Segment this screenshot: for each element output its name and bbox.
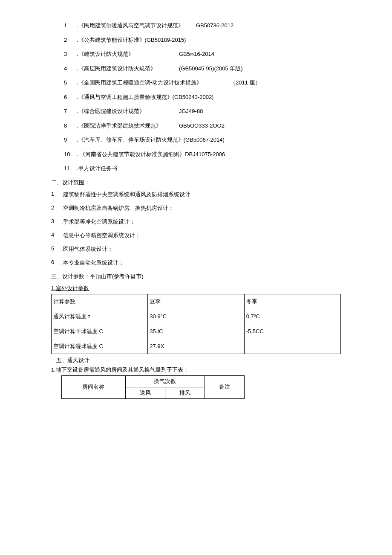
scope-num: 2: [51, 204, 61, 212]
ref-title: .《综合医院建设设计规范》: [77, 107, 170, 116]
ref-num: 2: [64, 36, 77, 44]
table-row: 通风计算温度 τ 30.9°C 0.7ºC: [52, 309, 341, 324]
scope-text: .建筑物舒适性中央空调系统和通风及防排烟系统设计: [61, 191, 190, 198]
table-row: 计算参数 豆李 冬季: [52, 294, 341, 309]
table-cell: 换气次数: [125, 375, 205, 387]
table-cell: 排风: [165, 387, 205, 398]
ref-title: .《全国民用建筑工程暖通空调•动力设计技术措施》: [77, 78, 222, 87]
ref-num: 5: [64, 78, 77, 87]
scope-item: 1 .建筑物舒适性中央空调系统和通风及防排烟系统设计: [51, 191, 341, 198]
ref-num: 1: [64, 21, 77, 30]
table-cell: 计算参数: [52, 294, 148, 309]
ref-title: .《高层民用建筑设计防火规范》: [77, 64, 170, 73]
section-2-title: 二、设计范围：: [51, 179, 341, 186]
table-cell: 空调计算干球温度 C: [52, 324, 148, 339]
ref-num: 6: [64, 93, 77, 102]
table-cell: 送风: [125, 387, 165, 398]
ref-item: 10 . 《河南省公共建筑节能设计标准实施细则》DBJ41075-2006: [64, 150, 341, 159]
scope-num: 4: [51, 232, 61, 239]
ref-code: GB50736-2012: [187, 21, 233, 30]
scope-item: 5 .医用气体系统设计；: [51, 245, 341, 253]
table-row: 空调计算干球温度 C 35.IC -5.5CC: [52, 324, 341, 339]
ref-title: .《民用建筑供暖通风与空气调节设计规范》: [77, 21, 187, 30]
param-table: 计算参数 豆李 冬季 通风计算温度 τ 30.9°C 0.7ºC 空调计算干球温…: [51, 294, 341, 354]
ref-title: .《公共建筑节能设计标准》(GB50189-2015): [77, 36, 186, 44]
table-cell: 豆李: [148, 294, 244, 309]
ref-title: . 《河南省公共建筑节能设计标准实施细则》DBJ41075-2006: [77, 150, 225, 159]
ref-code: GB5∞16-2014: [170, 50, 214, 58]
scope-text: .手术部等净化空调系统设计；: [61, 218, 135, 226]
ref-title: .《医院洁净手术部建筑技术规范》: [77, 122, 170, 130]
ref-num: 3: [64, 50, 77, 58]
table-row: 空调计算湿球温度 C 27.9X: [52, 339, 341, 354]
scope-text: .信息中心等精密空调系统设计；: [61, 232, 141, 239]
ref-item: 6 .《通风与空调工程施工质量验收规范》(GB50243-2002): [64, 93, 341, 102]
table-cell: 27.9X: [148, 339, 244, 354]
table-cell: 空调计算湿球温度 C: [52, 339, 148, 354]
scope-list: 1 .建筑物舒适性中央空调系统和通风及防排烟系统设计 2 .空调制冷机房及自备锅…: [51, 191, 341, 267]
scope-item: 6 .本专业自动化系统设计；: [51, 259, 341, 267]
ref-item: 8 .《医院洁净手术部建筑技术规范》 GB5OO333-2OO2: [64, 122, 341, 130]
ref-code: JGJ49-88: [170, 107, 203, 116]
ref-item: 1 .《民用建筑供暖通风与空气调节设计规范》 GB50736-2012: [64, 21, 341, 30]
reference-list: 1 .《民用建筑供暖通风与空气调节设计规范》 GB50736-2012 2 .《…: [51, 21, 341, 173]
scope-text: .空调制冷机房及自备锅炉房、换热机房设计；: [61, 204, 174, 212]
table-cell: [244, 339, 340, 354]
ref-title: .《汽车库、修车库、停车场设计防火规范》(GB50067·2014): [77, 136, 225, 144]
scope-item: 3 .手术部等净化空调系统设计；: [51, 218, 341, 226]
ref-num: 11: [64, 164, 77, 173]
ref-item: 2 .《公共建筑节能设计标准》(GB50189-2015): [64, 36, 341, 44]
ref-num: 9: [64, 136, 77, 144]
scope-num: 5: [51, 245, 61, 253]
scope-num: 6: [51, 259, 61, 267]
table-row: 房间名称 换气次数 备注: [62, 375, 245, 387]
ref-title: .《建筑设计防火规范》: [77, 50, 170, 58]
table-cell: 0.7ºC: [244, 309, 340, 324]
ref-item: 7 .《综合医院建设设计规范》 JGJ49-88: [64, 107, 341, 116]
room-table: 房间名称 换气次数 备注 送风 排风: [61, 375, 245, 399]
outdoor-params-title: 1.室外设计参数: [51, 285, 341, 292]
ref-title: .《通风与空调工程施工质量验收规范》(GB50243-2002): [77, 93, 213, 102]
ref-num: 10: [64, 150, 77, 159]
ref-num: 4: [64, 64, 77, 73]
basement-title: 1.地下室设备房需通风的房间及其通风换气量列于下表：: [51, 366, 341, 374]
ref-num: 7: [64, 107, 77, 116]
scope-num: 1: [51, 191, 61, 198]
table-cell: 30.9°C: [148, 309, 244, 324]
ref-item: 4 .《高层民用建筑设计防火规范》 (GB50045-95)(2005 年版): [64, 64, 341, 73]
table-cell: 通风计算温度 τ: [52, 309, 148, 324]
table-cell: 冬季: [244, 294, 340, 309]
scope-item: 2 .空调制冷机房及自备锅炉房、换热机房设计；: [51, 204, 341, 212]
scope-text: .医用气体系统设计；: [61, 245, 113, 253]
scope-text: .本专业自动化系统设计；: [61, 259, 124, 267]
ref-item: 5 .《全国民用建筑工程暖通空调•动力设计技术措施》 （2011 版）: [64, 78, 341, 87]
ref-item: 11 .甲方设计任务书: [64, 164, 341, 173]
table-cell: -5.5CC: [244, 324, 340, 339]
table-cell: 35.IC: [148, 324, 244, 339]
table-cell: 备注: [205, 375, 244, 398]
ref-code: (GB50045-95)(2005 年版): [170, 64, 243, 73]
table-cell: 房间名称: [62, 375, 126, 398]
ref-num: 8: [64, 122, 77, 130]
ref-code: GB5OO333-2OO2: [170, 122, 225, 130]
section-3-title: 三、设计参数：平顶山市(参考许昌市): [51, 273, 341, 280]
ref-code: （2011 版）: [222, 78, 261, 87]
ref-title: .甲方设计任务书: [77, 164, 117, 173]
scope-num: 3: [51, 218, 61, 226]
section-5-title: 五、通风设计: [56, 357, 341, 364]
ref-item: 3 .《建筑设计防火规范》 GB5∞16-2014: [64, 50, 341, 58]
ref-item: 9 .《汽车库、修车库、停车场设计防火规范》(GB50067·2014): [64, 136, 341, 144]
scope-item: 4 .信息中心等精密空调系统设计；: [51, 232, 341, 239]
